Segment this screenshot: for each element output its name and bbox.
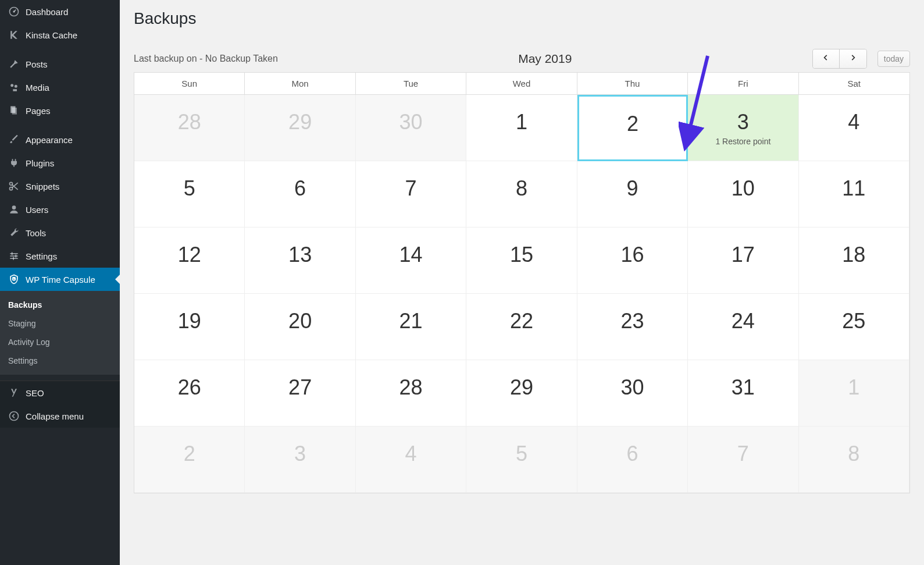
calendar-day-cell[interactable]: 21 xyxy=(356,294,466,360)
sidebar-item-kinsta-cache[interactable]: Kinsta Cache xyxy=(0,23,120,47)
kinsta-icon xyxy=(8,29,20,41)
calendar-day-cell[interactable]: 1 xyxy=(799,360,909,427)
calendar-day-cell[interactable]: 29 xyxy=(466,360,577,427)
calendar-day-cell[interactable]: 10 xyxy=(688,161,798,228)
sidebar-item-label: Dashboard xyxy=(26,7,68,17)
calendar-day-cell[interactable]: 17 xyxy=(688,228,798,294)
calendar-day-number: 30 xyxy=(620,375,644,400)
calendar-day-cell[interactable]: 31 Restore point xyxy=(688,95,798,161)
calendar-day-cell[interactable]: 11 xyxy=(799,161,909,228)
collapse-icon xyxy=(8,410,20,422)
sidebar-item-posts[interactable]: Posts xyxy=(0,52,120,76)
calendar-day-cell[interactable]: 8 xyxy=(466,161,577,228)
chevron-left-icon xyxy=(822,54,830,64)
calendar-day-number: 30 xyxy=(399,110,423,134)
submenu: BackupsStagingActivity LogSettings xyxy=(0,291,120,375)
main-content: Backups Last backup on - No Backup Taken… xyxy=(120,0,924,565)
calendar-day-cell[interactable]: 24 xyxy=(688,294,798,360)
calendar-day-cell[interactable]: 14 xyxy=(356,228,466,294)
page-title: Backups xyxy=(134,9,910,28)
submenu-item-settings[interactable]: Settings xyxy=(0,351,120,370)
calendar-day-cell[interactable]: 15 xyxy=(466,228,577,294)
sidebar-item-seo[interactable]: SEO xyxy=(0,381,120,404)
calendar-day-cell[interactable]: 2 xyxy=(134,427,245,493)
submenu-item-activity-log[interactable]: Activity Log xyxy=(0,333,120,351)
sidebar-item-settings[interactable]: Settings xyxy=(0,244,120,268)
calendar-day-number: 8 xyxy=(848,442,859,466)
next-month-button[interactable] xyxy=(840,49,866,68)
calendar-day-cell[interactable]: 22 xyxy=(466,294,577,360)
sidebar-item-media[interactable]: Media xyxy=(0,76,120,99)
sidebar-item-pages[interactable]: Pages xyxy=(0,99,120,122)
calendar-day-cell[interactable]: 30 xyxy=(356,95,466,161)
settings-icon xyxy=(8,250,20,262)
calendar-day-number: 11 xyxy=(842,176,865,201)
calendar-day-cell[interactable]: 28 xyxy=(134,95,245,161)
calendar-day-number: 1 xyxy=(848,375,859,400)
media-icon xyxy=(8,81,20,93)
sidebar-item-label: Appearance xyxy=(26,135,73,145)
sidebar-item-tools[interactable]: Tools xyxy=(0,221,120,244)
brush-icon xyxy=(8,134,20,145)
calendar-day-cell[interactable]: 6 xyxy=(245,161,355,228)
submenu-item-backups[interactable]: Backups xyxy=(0,296,120,314)
calendar-day-number: 12 xyxy=(178,243,201,267)
svg-point-1 xyxy=(13,10,15,12)
calendar-day-cell[interactable]: 28 xyxy=(356,360,466,427)
calendar-day-header: Fri xyxy=(688,73,798,94)
calendar-day-number: 3 xyxy=(737,110,749,134)
calendar-day-cell[interactable]: 2 xyxy=(577,95,688,161)
today-button[interactable]: today xyxy=(877,51,910,67)
calendar-day-cell[interactable]: 3 xyxy=(245,427,355,493)
calendar-day-cell[interactable]: 1 xyxy=(466,95,577,161)
sidebar-item-wp-time-capsule[interactable]: WP Time Capsule xyxy=(0,268,120,291)
calendar-day-cell[interactable]: 5 xyxy=(134,161,245,228)
wrench-icon xyxy=(8,227,20,239)
calendar-day-cell[interactable]: 7 xyxy=(356,161,466,228)
calendar-day-cell[interactable]: 7 xyxy=(688,427,798,493)
calendar-day-cell[interactable]: 20 xyxy=(245,294,355,360)
calendar-day-cell[interactable]: 4 xyxy=(356,427,466,493)
sidebar-item-plugins[interactable]: Plugins xyxy=(0,151,120,175)
calendar-day-number: 19 xyxy=(178,309,201,333)
calendar-day-cell[interactable]: 25 xyxy=(799,294,909,360)
calendar-day-cell[interactable]: 19 xyxy=(134,294,245,360)
calendar-day-cell[interactable]: 31 xyxy=(688,360,798,427)
sidebar-item-dashboard[interactable]: Dashboard xyxy=(0,0,120,23)
prev-month-button[interactable] xyxy=(813,49,840,68)
submenu-item-staging[interactable]: Staging xyxy=(0,314,120,333)
calendar-day-cell[interactable]: 13 xyxy=(245,228,355,294)
sidebar-item-label: Kinsta Cache xyxy=(26,30,77,40)
calendar-day-number: 2 xyxy=(627,112,638,136)
calendar-day-number: 28 xyxy=(178,110,201,134)
calendar-day-number: 20 xyxy=(288,309,312,333)
sidebar-item-snippets[interactable]: Snippets xyxy=(0,175,120,198)
svg-rect-13 xyxy=(13,257,14,260)
calendar-day-number: 15 xyxy=(510,243,533,267)
svg-point-7 xyxy=(12,205,16,209)
sidebar-item-label: Plugins xyxy=(26,158,54,168)
calendar-day-number: 8 xyxy=(516,176,527,201)
calendar-day-cell[interactable]: 30 xyxy=(577,360,688,427)
calendar-day-number: 4 xyxy=(405,442,417,466)
calendar-day-cell[interactable]: 8 xyxy=(799,427,909,493)
sidebar-item-label: SEO xyxy=(26,388,44,398)
calendar-day-number: 29 xyxy=(288,110,312,134)
sidebar-item-appearance[interactable]: Appearance xyxy=(0,128,120,151)
sidebar-item-users[interactable]: Users xyxy=(0,198,120,221)
calendar-day-cell[interactable]: 4 xyxy=(799,95,909,161)
calendar-day-number: 10 xyxy=(732,176,755,201)
calendar-day-cell[interactable]: 18 xyxy=(799,228,909,294)
shield-icon xyxy=(8,273,20,285)
calendar-day-cell[interactable]: 26 xyxy=(134,360,245,427)
calendar-day-cell[interactable]: 29 xyxy=(245,95,355,161)
calendar-day-cell[interactable]: 12 xyxy=(134,228,245,294)
calendar-day-cell[interactable]: 16 xyxy=(577,228,688,294)
sidebar-item-collapse-menu[interactable]: Collapse menu xyxy=(0,404,120,428)
calendar-day-cell[interactable]: 27 xyxy=(245,360,355,427)
calendar-day-cell[interactable]: 5 xyxy=(466,427,577,493)
calendar-day-header: Mon xyxy=(245,73,355,94)
calendar-day-cell[interactable]: 6 xyxy=(577,427,688,493)
calendar-day-cell[interactable]: 23 xyxy=(577,294,688,360)
calendar-day-cell[interactable]: 9 xyxy=(577,161,688,228)
